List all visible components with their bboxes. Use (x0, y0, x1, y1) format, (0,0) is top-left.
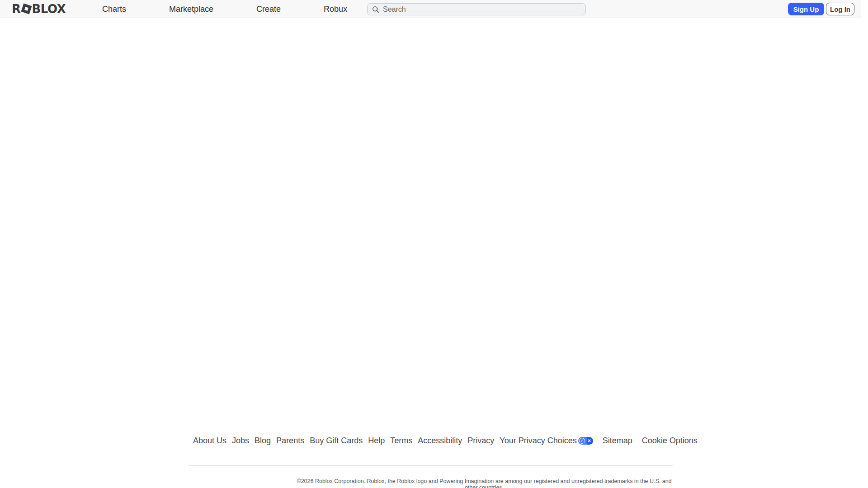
search-icon (372, 6, 379, 13)
nav-item-create[interactable]: Create (256, 5, 281, 14)
logo-text-r: R (12, 2, 21, 16)
footer-link-jobs[interactable]: Jobs (232, 436, 249, 446)
footer-link-parents[interactable]: Parents (276, 436, 304, 446)
footer-link-help[interactable]: Help (368, 436, 385, 446)
footer-link-cookie-options[interactable]: Cookie Options (642, 436, 698, 446)
footer-link-privacy[interactable]: Privacy (467, 436, 494, 446)
footer-link-sitemap[interactable]: Sitemap (603, 436, 632, 446)
roblox-logo[interactable]: R BLOX (12, 0, 66, 18)
nav-item-charts[interactable]: Charts (102, 5, 126, 14)
privacy-check-icon: ✓ (579, 438, 585, 444)
footer-link-about-us[interactable]: About Us (193, 436, 226, 446)
privacy-choices-icon: ✓ ✕ (578, 437, 593, 445)
footer-link-blog[interactable]: Blog (255, 436, 271, 446)
privacy-x-icon: ✕ (587, 438, 591, 443)
logo-text-blox: BLOX (32, 2, 66, 16)
search-box[interactable] (367, 3, 586, 15)
main-content-empty (0, 19, 868, 425)
sign-up-button[interactable]: Sign Up (788, 3, 824, 15)
roblox-tile-icon (21, 3, 32, 14)
search-input[interactable] (383, 5, 581, 14)
top-navigation-bar: R BLOX Charts Marketplace Create Robux S… (0, 0, 861, 18)
footer-link-terms[interactable]: Terms (390, 436, 412, 446)
your-privacy-choices-label: Your Privacy Choices (500, 436, 576, 446)
nav-links: Charts Marketplace Create Robux (102, 0, 347, 18)
footer-divider (189, 465, 673, 465)
footer-copyright: ©2026 Roblox Corporation. Roblox, the Ro… (296, 478, 672, 488)
page: R BLOX Charts Marketplace Create Robux S… (0, 0, 868, 488)
log-in-button[interactable]: Log In (826, 3, 854, 15)
nav-item-robux[interactable]: Robux (324, 5, 347, 14)
footer-link-accessibility[interactable]: Accessibility (418, 436, 462, 446)
nav-item-marketplace[interactable]: Marketplace (169, 5, 213, 14)
footer-links: About Us Jobs Blog Parents Buy Gift Card… (193, 436, 698, 446)
footer-link-your-privacy-choices[interactable]: Your Privacy Choices ✓ ✕ (500, 436, 593, 446)
footer-link-buy-gift-cards[interactable]: Buy Gift Cards (310, 436, 363, 446)
